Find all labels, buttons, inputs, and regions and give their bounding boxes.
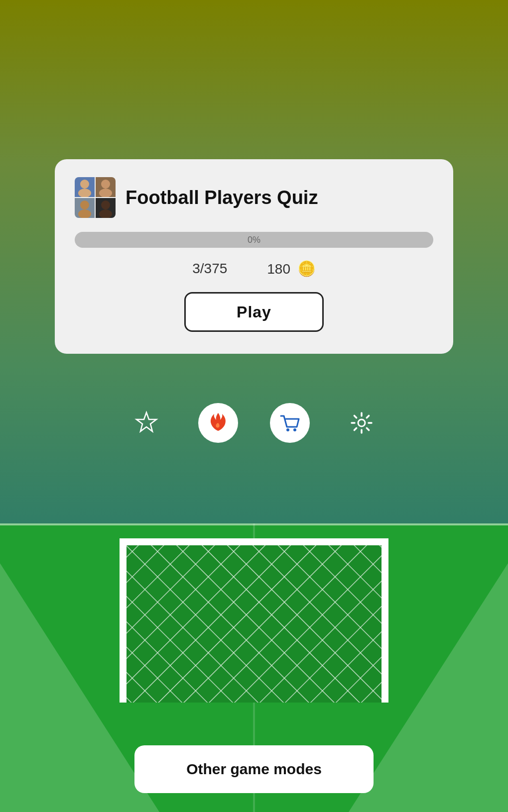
- player-face-2: [96, 177, 116, 197]
- svg-point-9: [78, 209, 91, 218]
- quiz-title: Football Players Quiz: [126, 187, 318, 208]
- svg-point-13: [286, 428, 289, 431]
- svg-point-10: [101, 201, 110, 209]
- coins-icon: 🪙: [297, 260, 316, 277]
- coins-value: 180: [267, 261, 290, 277]
- svg-point-7: [99, 189, 112, 197]
- play-button[interactable]: Play: [184, 292, 324, 332]
- svg-point-8: [80, 201, 89, 209]
- svg-point-4: [80, 180, 89, 189]
- score-display: 3/375: [192, 261, 227, 277]
- svg-point-14: [293, 428, 296, 431]
- svg-point-6: [101, 180, 110, 189]
- player-mosaic: [75, 177, 116, 218]
- goal: [120, 538, 388, 703]
- player-face-4: [96, 198, 116, 218]
- icon-row: [127, 403, 381, 443]
- shop-button[interactable]: [270, 403, 310, 443]
- other-game-modes-button[interactable]: Other game modes: [134, 745, 374, 793]
- hot-button[interactable]: [198, 403, 238, 443]
- quiz-card: Football Players Quiz 0% 3/375 180 🪙 Pla…: [55, 159, 453, 354]
- quiz-stats: 3/375 180 🪙: [75, 260, 433, 277]
- svg-point-11: [99, 209, 112, 218]
- settings-button[interactable]: [342, 403, 381, 443]
- favorites-button[interactable]: [127, 403, 166, 443]
- svg-point-5: [78, 189, 91, 197]
- quiz-header: Football Players Quiz: [75, 177, 433, 218]
- progress-label: 0%: [248, 235, 260, 245]
- svg-point-15: [358, 419, 365, 426]
- coins-display: 180 🪙: [267, 260, 316, 277]
- svg-marker-12: [136, 412, 156, 431]
- goal-frame: [120, 538, 388, 703]
- player-face-1: [75, 177, 95, 197]
- progress-bar-container: 0%: [75, 232, 433, 248]
- player-face-3: [75, 198, 95, 218]
